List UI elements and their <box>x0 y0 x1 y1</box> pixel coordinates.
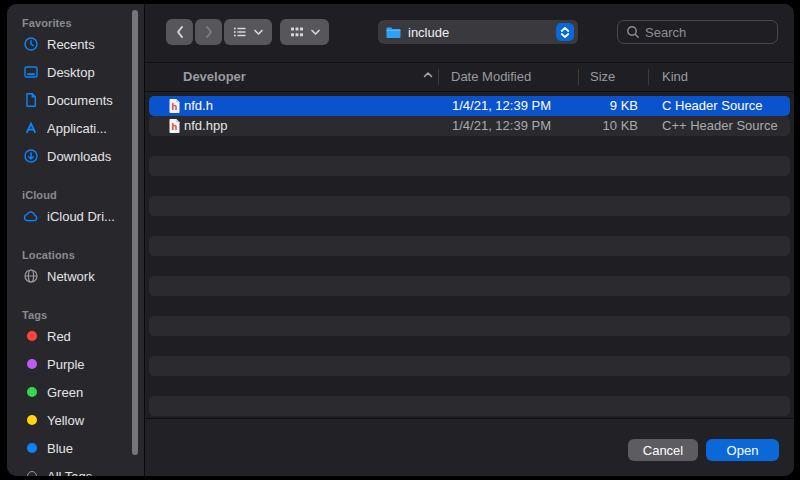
svg-text:h: h <box>172 101 178 112</box>
globe-icon <box>22 268 39 285</box>
search-field-container <box>617 20 778 44</box>
file-size: 10 KB <box>558 116 638 136</box>
dialog-footer: Cancel Open <box>145 418 794 476</box>
sidebar-section-locations: Locations <box>22 248 144 262</box>
sidebar-item-label: Applicati... <box>47 121 107 136</box>
sidebar: Favorites Recents Desktop Documents Appl… <box>7 4 145 476</box>
column-header-size[interactable]: Size <box>590 63 615 91</box>
chevron-left-icon <box>173 24 187 40</box>
empty-row-stripe <box>149 156 790 176</box>
clock-icon <box>22 36 39 53</box>
column-header-kind[interactable]: Kind <box>662 63 688 91</box>
folder-icon <box>385 25 402 40</box>
sidebar-item-documents[interactable]: Documents <box>22 86 144 114</box>
tag-dot-purple-icon <box>22 356 39 373</box>
location-dropdown-value: include <box>408 25 556 40</box>
sidebar-item-label: Documents <box>47 93 113 108</box>
tag-dot-green-icon <box>22 384 39 401</box>
sidebar-item-tag-green[interactable]: Green <box>22 378 144 406</box>
table-header-row: Developer Date Modified Size Kind <box>145 63 794 91</box>
sidebar-item-label: Downloads <box>47 149 111 164</box>
column-header-date-modified[interactable]: Date Modified <box>451 63 531 91</box>
sidebar-section-tags: Tags <box>22 308 144 322</box>
file-kind: C++ Header Source <box>662 116 778 136</box>
header-file-icon: h <box>168 118 181 134</box>
download-circle-icon <box>22 148 39 165</box>
file-kind: C Header Source <box>662 96 762 116</box>
column-header-developer[interactable]: Developer <box>183 63 246 91</box>
tag-dot-red-icon <box>22 328 39 345</box>
svg-text:h: h <box>172 121 178 132</box>
up-down-stepper-icon <box>556 23 574 41</box>
empty-row-stripe <box>149 356 790 376</box>
chevron-down-icon <box>310 26 321 38</box>
back-button[interactable] <box>166 19 193 45</box>
sidebar-scrollbar-thumb[interactable] <box>132 10 138 455</box>
desktop-icon <box>22 64 39 81</box>
sidebar-item-label: Blue <box>47 441 73 456</box>
tag-dot-blue-icon <box>22 440 39 457</box>
file-size: 9 KB <box>558 96 638 116</box>
appstore-icon <box>22 120 39 137</box>
sidebar-section-favorites: Favorites <box>22 16 144 30</box>
list-view-icon <box>232 24 248 40</box>
icon-view-dropdown-button[interactable] <box>280 19 329 45</box>
empty-row-stripe <box>149 316 790 336</box>
file-date-modified: 1/4/21, 12:39 PM <box>452 96 551 116</box>
sidebar-item-label: Purple <box>47 357 85 372</box>
open-file-dialog-window: Favorites Recents Desktop Documents Appl… <box>7 4 794 476</box>
chevron-down-icon <box>253 26 264 38</box>
search-input[interactable] <box>645 25 769 40</box>
grid-view-icon <box>289 24 305 40</box>
tag-dot-outline-icon <box>22 468 39 477</box>
file-list: h nfd.h 1/4/21, 12:39 PM 9 KB C Header S… <box>145 96 794 418</box>
sidebar-item-downloads[interactable]: Downloads <box>22 142 144 170</box>
sidebar-item-tag-yellow[interactable]: Yellow <box>22 406 144 434</box>
sidebar-item-network[interactable]: Network <box>22 262 144 290</box>
header-file-icon: h <box>168 98 181 114</box>
column-divider <box>578 69 579 85</box>
cancel-button[interactable]: Cancel <box>628 439 698 461</box>
tag-dot-yellow-icon <box>22 412 39 429</box>
sidebar-item-recents[interactable]: Recents <box>22 30 144 58</box>
sidebar-item-label: Red <box>47 329 71 344</box>
forward-button[interactable] <box>195 19 222 45</box>
sidebar-section-icloud: iCloud <box>22 188 144 202</box>
search-icon <box>626 25 640 39</box>
empty-row-stripe <box>149 196 790 216</box>
sidebar-item-label: Yellow <box>47 413 84 428</box>
file-row-nfd-hpp[interactable]: h nfd.hpp 1/4/21, 12:39 PM 10 KB C++ Hea… <box>149 116 790 136</box>
sidebar-item-tag-red[interactable]: Red <box>22 322 144 350</box>
column-divider <box>648 69 649 85</box>
column-divider <box>438 69 439 85</box>
document-icon <box>22 92 39 109</box>
sidebar-item-label: All Tags <box>47 469 92 477</box>
sidebar-item-label: iCloud Dri... <box>47 209 115 224</box>
chevron-right-icon <box>202 24 216 40</box>
location-dropdown[interactable]: include <box>378 20 578 44</box>
main-panel: include Developer Date Modified Size Kin… <box>145 4 794 476</box>
list-view-dropdown-button[interactable] <box>224 19 272 45</box>
sidebar-item-icloud-drive[interactable]: iCloud Dri... <box>22 202 144 230</box>
empty-row-stripe <box>149 236 790 256</box>
sidebar-item-tag-purple[interactable]: Purple <box>22 350 144 378</box>
file-name: nfd.hpp <box>184 116 227 136</box>
header-divider <box>145 91 794 92</box>
sidebar-item-desktop[interactable]: Desktop <box>22 58 144 86</box>
file-date-modified: 1/4/21, 12:39 PM <box>452 116 551 136</box>
file-row-nfd-h[interactable]: h nfd.h 1/4/21, 12:39 PM 9 KB C Header S… <box>149 96 790 116</box>
sidebar-item-label: Recents <box>47 37 95 52</box>
sort-ascending-icon <box>423 71 433 79</box>
cloud-icon <box>22 208 39 225</box>
file-name: nfd.h <box>184 96 213 116</box>
sidebar-item-label: Green <box>47 385 83 400</box>
sidebar-item-tag-blue[interactable]: Blue <box>22 434 144 462</box>
sidebar-item-applications[interactable]: Applicati... <box>22 114 144 142</box>
open-button[interactable]: Open <box>706 439 779 461</box>
sidebar-item-label: Desktop <box>47 65 95 80</box>
empty-row-stripe <box>149 276 790 296</box>
empty-row-stripe <box>149 396 790 416</box>
sidebar-item-label: Network <box>47 269 95 284</box>
sidebar-item-tag-all[interactable]: All Tags <box>22 462 144 476</box>
